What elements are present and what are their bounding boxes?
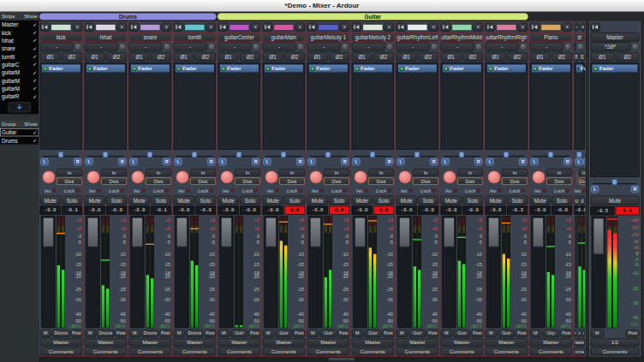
fader-led-icon[interactable] xyxy=(400,67,404,71)
solo-button[interactable]: Solo xyxy=(418,196,438,205)
metering-point-button[interactable]: Post xyxy=(626,329,640,337)
fader-thumb[interactable] xyxy=(593,218,605,255)
group-tab-guitar[interactable]: Guitar xyxy=(217,13,528,21)
metering-point-button[interactable]: Post xyxy=(516,329,528,337)
pan-right-button[interactable]: R xyxy=(519,158,527,166)
strip-color-bar[interactable] xyxy=(407,24,427,31)
peak-display[interactable]: -0.0 xyxy=(106,206,127,215)
strip-color-bar[interactable] xyxy=(451,24,472,31)
gain-display[interactable]: -0.5 xyxy=(590,206,614,215)
pan-left-button[interactable]: L xyxy=(352,158,360,166)
metering-point-button[interactable]: Post xyxy=(472,329,483,337)
phase-2-button[interactable]: Ø2 xyxy=(507,52,528,62)
processor-box[interactable]: Fader xyxy=(129,62,171,149)
solo-button[interactable]: Solo xyxy=(240,196,260,205)
fader-slider[interactable] xyxy=(592,217,606,329)
record-arm-button[interactable] xyxy=(443,170,456,183)
pan-handle[interactable] xyxy=(103,151,108,157)
record-arm-button[interactable] xyxy=(576,170,577,183)
gain-display[interactable]: -0.0 xyxy=(40,206,61,215)
pan-right-button[interactable]: R xyxy=(163,158,170,166)
monitor-disk-button[interactable]: Disk xyxy=(546,177,572,185)
comments-button[interactable]: Comments xyxy=(486,347,528,355)
fader-thumb[interactable] xyxy=(176,217,188,247)
group-button[interactable]: Drums xyxy=(141,329,158,337)
pan-handle[interactable] xyxy=(281,151,286,157)
group-button[interactable]: Grp xyxy=(578,329,581,337)
pan-slider[interactable] xyxy=(575,151,585,158)
strip-leftmost-button[interactable] xyxy=(441,23,450,32)
strip-close-button[interactable]: × xyxy=(340,23,349,32)
strip-name-button[interactable]: hihat xyxy=(85,33,127,42)
phase-1-button[interactable]: Ø1 xyxy=(174,52,194,62)
metering-point-button[interactable]: Post xyxy=(160,329,171,337)
pan-handle[interactable] xyxy=(459,151,464,157)
pan-right-button[interactable]: R xyxy=(74,158,81,166)
pan-slider[interactable] xyxy=(486,151,528,158)
mono-button[interactable]: M xyxy=(307,329,319,337)
comments-button[interactable]: Comments xyxy=(40,347,82,355)
fader-slider[interactable] xyxy=(264,216,278,328)
pan-handle[interactable] xyxy=(414,151,420,157)
strip-color-bar[interactable] xyxy=(51,24,71,31)
fader-slider[interactable] xyxy=(219,216,234,328)
trim-knob[interactable] xyxy=(475,43,483,50)
solo-isolate-button[interactable]: Iso xyxy=(441,187,462,193)
pan-right-button[interactable]: R xyxy=(118,158,126,166)
scrollbar-handle[interactable] xyxy=(328,358,355,360)
strip-name-button[interactable]: guitarMelody 1 xyxy=(307,33,349,42)
pan-left-button[interactable]: L xyxy=(85,158,92,166)
output-button[interactable]: Master xyxy=(575,338,585,346)
mono-button[interactable]: M xyxy=(352,329,363,337)
phase-1-button[interactable]: Ø1 xyxy=(352,52,373,62)
processor-box[interactable]: Fader xyxy=(85,62,127,149)
processor-fader-entry[interactable]: Fader xyxy=(531,64,571,74)
group-button[interactable]: Gutr xyxy=(408,329,426,337)
pan-left-button[interactable]: L xyxy=(530,158,538,166)
input-button[interactable]: - xyxy=(263,42,296,51)
strip-close-button[interactable]: × xyxy=(206,23,216,32)
processor-fader-entry[interactable]: Fader xyxy=(486,64,527,74)
strips-list-item[interactable]: guitarC✓ xyxy=(0,61,39,68)
phase-1-button[interactable]: Ø1 xyxy=(486,52,506,62)
group-button[interactable]: Gutr xyxy=(319,329,337,337)
processor-fader-entry[interactable]: Fader xyxy=(130,64,170,74)
processor-box[interactable]: Fader xyxy=(397,62,438,149)
output-button[interactable]: Master xyxy=(397,338,438,346)
strip-color-bar[interactable] xyxy=(318,24,338,31)
group-button[interactable]: Grp xyxy=(542,329,559,337)
phase-2-button[interactable]: Ø2 xyxy=(329,52,349,62)
fader-led-icon[interactable] xyxy=(266,67,271,71)
peak-display[interactable]: 0.0 xyxy=(373,206,394,215)
metering-point-button[interactable]: Post xyxy=(561,329,572,337)
strip-name-button[interactable]: tomfil xyxy=(174,33,216,42)
fader-led-icon[interactable] xyxy=(44,67,48,71)
strip-leftmost-button[interactable] xyxy=(40,23,50,32)
metering-point-button[interactable]: Post xyxy=(383,329,394,337)
fader-slider[interactable] xyxy=(308,216,323,328)
solo-button[interactable]: Solo xyxy=(462,196,483,205)
pan-left-button[interactable]: L xyxy=(397,158,404,166)
group-tab-drums[interactable]: Drums xyxy=(39,13,217,21)
strip-close-button[interactable]: × xyxy=(581,23,585,32)
strip-close-button[interactable]: × xyxy=(385,23,394,32)
pan-right-button[interactable]: R xyxy=(564,158,571,166)
metering-point-button[interactable]: Post xyxy=(71,329,82,337)
checkmark-icon[interactable]: ✓ xyxy=(33,30,37,36)
phase-1-button[interactable]: Ø1 xyxy=(441,52,462,62)
comments-button[interactable]: Comments xyxy=(85,347,127,355)
phase-2-button[interactable]: Ø2 xyxy=(62,52,82,62)
mono-button[interactable]: M xyxy=(530,329,541,337)
solo-isolate-button[interactable]: Iso xyxy=(129,187,150,193)
pan-slider[interactable] xyxy=(397,151,438,158)
comments-button[interactable]: Comments xyxy=(397,347,438,355)
mute-button[interactable]: Mute xyxy=(218,196,239,205)
checkmark-icon[interactable]: ✓ xyxy=(33,129,37,135)
input-button[interactable]: - xyxy=(352,42,385,51)
peak-display[interactable]: -0.3 xyxy=(507,206,528,215)
input-button[interactable]: - xyxy=(307,42,341,51)
input-button[interactable]: - xyxy=(575,42,575,51)
strip-name-button[interactable]: guitarMain xyxy=(263,33,305,42)
peak-display[interactable]: -0.1 xyxy=(151,206,171,215)
metering-point-button[interactable]: Post xyxy=(582,329,585,337)
